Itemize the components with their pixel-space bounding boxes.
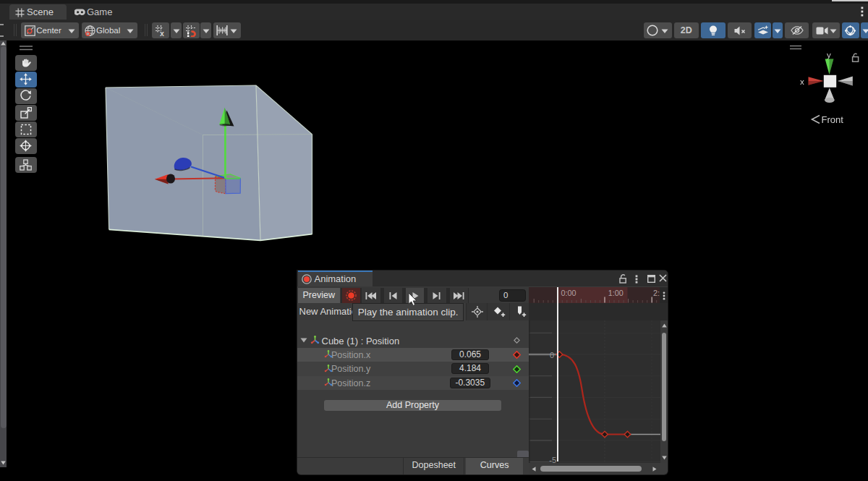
- svg-text:y: y: [827, 51, 831, 59]
- svg-text:-5: -5: [549, 456, 556, 463]
- svg-text:1:00: 1:00: [608, 289, 624, 297]
- svg-text:0:00: 0:00: [561, 289, 576, 297]
- svg-text:Front: Front: [822, 114, 844, 125]
- svg-text:x: x: [800, 77, 804, 86]
- svg-text:0: 0: [550, 351, 554, 359]
- svg-text:2:: 2:: [653, 289, 660, 297]
